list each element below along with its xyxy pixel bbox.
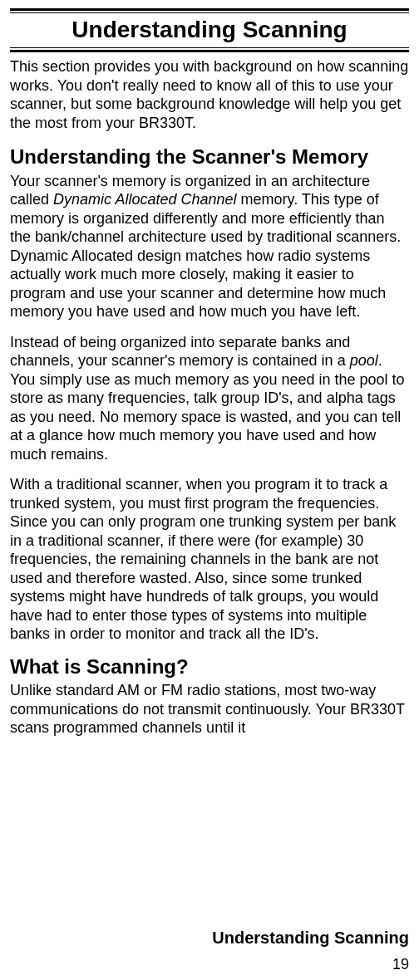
emphasis-pool: pool (350, 352, 378, 369)
text-span: Instead of being organized into separate… (10, 334, 350, 370)
intro-paragraph: This section provides you with backgroun… (10, 57, 409, 132)
memory-paragraph-2: Instead of being organized into separate… (10, 333, 409, 464)
memory-paragraph-3: With a traditional scanner, when you pro… (10, 475, 409, 644)
text-span: memory. This type of memory is organized… (10, 191, 401, 320)
section-heading-scanning: What is Scanning? (10, 655, 409, 679)
emphasis-dynamic-allocated: Dynamic Allocated Channel (53, 191, 236, 208)
page-title: Understanding Scanning (10, 13, 409, 47)
footer-section-label: Understanding Scanning (212, 928, 409, 948)
top-rule-thick (10, 8, 409, 11)
scanning-paragraph-1: Unlike standard AM or FM radio stations,… (10, 681, 409, 737)
bottom-rule-thick (10, 50, 409, 52)
page-number: 19 (392, 955, 409, 974)
section-heading-memory: Understanding the Scanner's Memory (10, 145, 409, 169)
bottom-rule-thin (10, 47, 409, 48)
memory-paragraph-1: Your scanner's memory is organized in an… (10, 172, 409, 321)
